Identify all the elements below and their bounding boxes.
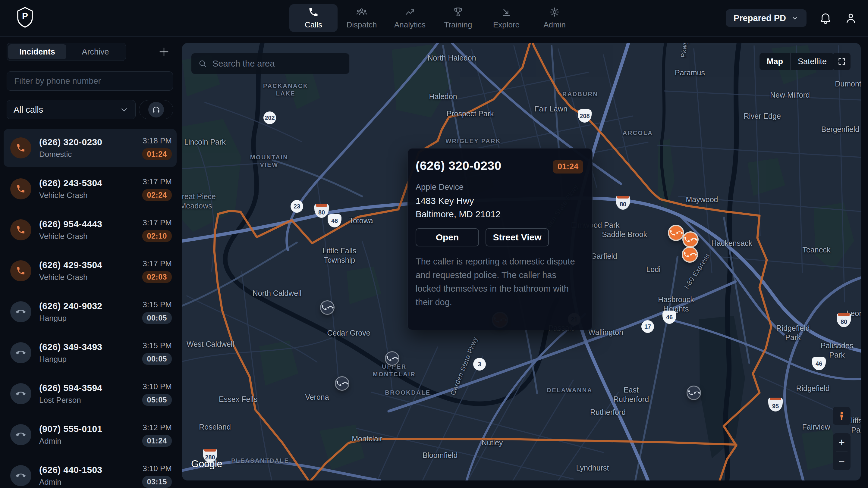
call-list-item[interactable]: (626) 320-0230 Domestic 3:18 PM 01:24: [4, 129, 177, 167]
call-type: Hangup: [39, 314, 102, 323]
fullscreen-icon: [837, 57, 846, 66]
org-selector-button[interactable]: Prepared PD: [726, 9, 807, 27]
call-status-avatar: [10, 137, 31, 158]
call-marker[interactable]: [336, 377, 348, 390]
top-nav: P Calls Dispatch Analytics Training Expl…: [0, 0, 868, 37]
call-phone-number: (626) 594-3594: [39, 383, 102, 393]
tab-incidents[interactable]: Incidents: [8, 44, 66, 59]
call-marker[interactable]: [669, 226, 683, 240]
phone-down-icon: [694, 389, 700, 396]
tab-calls[interactable]: Calls: [289, 4, 338, 32]
call-status-avatar: [10, 424, 31, 445]
phone-icon: [687, 389, 694, 396]
call-list-item[interactable]: (626) 429-3504 Vehicle Crash 3:17 PM 02:…: [4, 252, 177, 290]
phone-down-icon: [327, 304, 334, 311]
call-status-avatar: [10, 178, 31, 199]
call-marker[interactable]: [683, 248, 697, 261]
tab-label: Training: [444, 20, 472, 30]
call-time: 3:17 PM: [143, 177, 172, 187]
call-status-avatar: [10, 219, 31, 240]
tab-analytics[interactable]: Analytics: [386, 4, 434, 32]
call-status-avatar: [10, 383, 31, 404]
prepared-logo-icon[interactable]: P: [16, 7, 34, 29]
tab-dispatch[interactable]: Dispatch: [338, 4, 386, 32]
tab-label: Explore: [493, 20, 520, 30]
call-list-item[interactable]: (626) 440-1503 Admin 3:10 PM 03:15: [4, 457, 177, 488]
call-info: (626) 954-4443 Vehicle Crash: [39, 219, 102, 241]
call-meta: 3:15 PM 00:05: [142, 341, 172, 365]
phone-icon: [683, 251, 690, 258]
phone-down-icon: [16, 348, 26, 358]
phone-down-icon: [342, 380, 348, 387]
call-duration-badge: 02:24: [142, 189, 172, 201]
call-duration-badge: 02:10: [142, 230, 172, 242]
popup-call-description: The caller is reporting a domestic dispu…: [415, 255, 583, 309]
call-filter-value: All calls: [13, 105, 43, 115]
call-time: 3:18 PM: [143, 136, 172, 145]
notifications-bell-icon[interactable]: [819, 12, 832, 24]
map-type-control: Map Satellite: [760, 53, 834, 70]
call-list-item[interactable]: (626) 594-3594 Lost Person 3:10 PM 05:05: [4, 375, 177, 413]
call-list-item[interactable]: (626) 954-4443 Vehicle Crash 3:17 PM 02:…: [4, 211, 177, 249]
tab-explore[interactable]: Explore: [482, 4, 530, 32]
zoom-in-button[interactable]: +: [833, 433, 850, 452]
nav-right: Prepared PD: [726, 0, 857, 36]
call-time: 3:17 PM: [143, 218, 172, 227]
call-info: (626) 440-1503 Admin: [39, 465, 102, 487]
phone-icon: [684, 236, 690, 243]
call-meta: 3:12 PM 01:24: [142, 423, 172, 447]
call-duration-badge: 05:05: [142, 394, 172, 406]
phone-down-icon: [16, 430, 26, 440]
pegman-icon: [837, 411, 847, 421]
call-marker[interactable]: [386, 352, 398, 365]
call-list-item[interactable]: (907) 555-0101 Admin 3:12 PM 01:24: [4, 416, 177, 454]
call-info: (626) 349-3493 Hangup: [39, 342, 102, 364]
add-incident-button[interactable]: [156, 44, 172, 60]
call-time: 3:15 PM: [143, 300, 172, 310]
call-list-item[interactable]: (626) 349-3493 Hangup 3:15 PM 00:05: [4, 334, 177, 372]
fullscreen-button[interactable]: [833, 53, 850, 70]
user-account-icon[interactable]: [844, 12, 857, 24]
tab-admin[interactable]: Admin: [530, 4, 579, 32]
call-marker[interactable]: [687, 387, 700, 399]
call-duration-badge: 03:15: [142, 476, 172, 488]
call-type: Vehicle Crash: [39, 232, 102, 241]
calls-sidebar: Incidents Archive All calls (626) 320-02…: [0, 36, 182, 488]
call-phone-number: (626) 349-3493: [39, 342, 102, 352]
satellite-view-button[interactable]: Satellite: [790, 53, 834, 70]
call-list-item[interactable]: (626) 243-5304 Vehicle Crash 3:17 PM 02:…: [4, 170, 177, 208]
listen-toggle-button[interactable]: [139, 100, 173, 119]
call-info: (626) 240-9032 Hangup: [39, 301, 102, 323]
call-time: 3:10 PM: [143, 382, 172, 391]
call-info: (907) 555-0101 Admin: [39, 424, 102, 446]
zoom-out-button[interactable]: −: [833, 452, 850, 470]
call-list-item[interactable]: (626) 240-9032 Hangup 3:15 PM 00:05: [4, 293, 177, 331]
call-type: Admin: [39, 436, 102, 446]
street-view-button[interactable]: Street View: [486, 228, 549, 247]
call-status-avatar: [10, 342, 31, 363]
phone-down-icon: [676, 229, 683, 236]
popup-address-line2: Baltimore, MD 21012: [415, 207, 583, 221]
call-marker[interactable]: [321, 301, 334, 314]
phone-icon: [16, 184, 26, 194]
call-info: (626) 243-5304 Vehicle Crash: [39, 178, 102, 200]
open-call-button[interactable]: Open: [415, 228, 479, 247]
phone-down-icon: [16, 389, 26, 398]
call-filter-select[interactable]: All calls: [7, 100, 135, 119]
street-view-pegman-button[interactable]: [833, 407, 850, 425]
phone-filter-input[interactable]: [7, 71, 173, 91]
call-phone-number: (626) 954-4443: [39, 219, 102, 229]
map-view-button[interactable]: Map: [760, 53, 790, 70]
org-name: Prepared PD: [734, 13, 786, 23]
map-search-input[interactable]: [212, 59, 343, 69]
map-search-box: [191, 53, 350, 74]
phone-down-icon: [16, 471, 26, 481]
call-marker[interactable]: [684, 233, 698, 247]
tab-archive[interactable]: Archive: [66, 44, 124, 59]
call-meta: 3:10 PM 05:05: [142, 382, 172, 406]
phone-icon: [16, 225, 26, 235]
tab-training[interactable]: Training: [434, 4, 482, 32]
call-phone-number: (907) 555-0101: [39, 424, 102, 434]
call-info-popup: (626) 320-0230 01:24 Apple Device 1483 K…: [407, 148, 592, 330]
call-phone-number: (626) 440-1503: [39, 465, 102, 475]
